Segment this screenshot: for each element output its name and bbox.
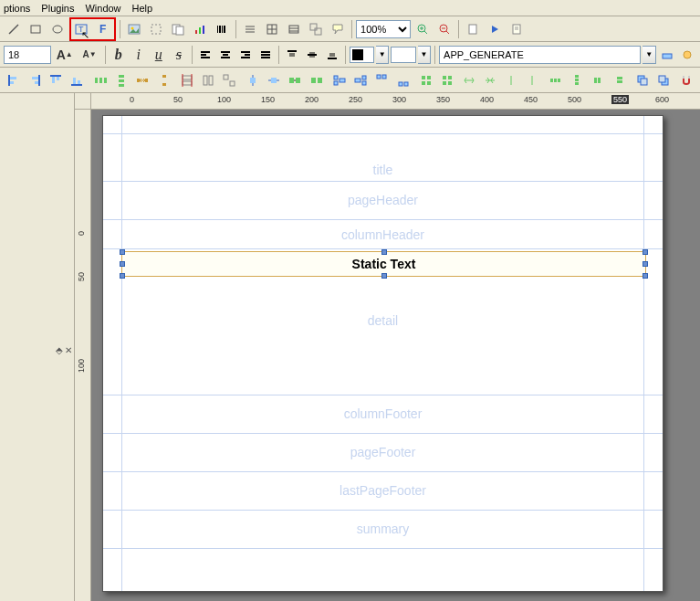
band-page-footer[interactable]: pageFooter [103, 434, 663, 472]
align-edge-right-icon[interactable] [25, 70, 44, 90]
band-column-header[interactable]: columnHeader [103, 220, 663, 249]
menu-options[interactable]: ptions [4, 3, 30, 14]
vspace-equal-icon[interactable] [567, 70, 586, 90]
resize-handle[interactable] [120, 249, 125, 255]
zoom-in-icon[interactable] [413, 19, 433, 39]
band-column-footer[interactable]: columnFooter [103, 395, 663, 434]
same-height-icon[interactable] [199, 70, 218, 90]
band-last-page-footer[interactable]: lastPageFooter [103, 472, 663, 511]
close-icon[interactable]: ✕ [65, 345, 72, 355]
font-size-input[interactable] [4, 46, 51, 64]
static-text-element[interactable]: Static Text [121, 251, 646, 277]
resize-handle[interactable] [643, 249, 648, 255]
band-title[interactable]: title [103, 134, 663, 182]
resize-handle[interactable] [120, 261, 125, 267]
organize-right-icon[interactable] [351, 70, 371, 90]
italic-icon[interactable]: i [130, 45, 148, 65]
resize-handle[interactable] [120, 273, 125, 279]
crosstab-tool-icon[interactable] [262, 19, 282, 39]
datasource-combo[interactable]: APP_GENERATE [439, 46, 641, 64]
hspace-inc-icon[interactable] [459, 70, 478, 90]
subreport-tool-icon[interactable] [168, 19, 188, 39]
forecolor-picker[interactable] [350, 47, 374, 63]
align-center-icon[interactable] [216, 45, 235, 65]
rectangle-tool-icon[interactable] [26, 19, 46, 39]
band-detail[interactable]: Static Text detail [103, 249, 663, 395]
group-tool-icon[interactable] [306, 19, 326, 39]
barcode-tool-icon[interactable] [212, 19, 232, 39]
grid-align-icon[interactable] [416, 70, 435, 90]
run-icon[interactable] [485, 19, 505, 39]
line-tool-icon[interactable] [4, 19, 24, 39]
hspace-equal-icon[interactable] [546, 70, 565, 90]
organize-left-icon[interactable] [329, 70, 349, 90]
report-page[interactable]: title pageHeader columnHeader Static Tex… [102, 115, 663, 592]
send-back-icon[interactable] [653, 70, 673, 90]
font-decrease-icon[interactable]: A▼ [78, 45, 100, 65]
join-right-icon[interactable] [307, 70, 326, 90]
resize-handle[interactable] [381, 249, 387, 255]
script-icon[interactable] [507, 19, 527, 39]
space-v-icon[interactable] [154, 70, 173, 90]
underline-icon[interactable]: u [150, 45, 168, 65]
bring-front-icon[interactable] [632, 70, 652, 90]
menu-help[interactable]: Help [132, 3, 153, 14]
center-h-band-icon[interactable] [243, 70, 262, 90]
menu-window[interactable]: Window [85, 3, 120, 14]
strikethrough-icon[interactable]: s [170, 45, 188, 65]
resize-handle[interactable] [643, 261, 648, 267]
backcolor-picker[interactable] [391, 47, 415, 63]
same-size-icon[interactable] [220, 70, 239, 90]
vspace-inc-icon[interactable] [501, 70, 520, 90]
zoom-select[interactable]: 100% [356, 20, 411, 38]
valign-bottom-icon[interactable] [323, 45, 341, 65]
distribute-h-icon[interactable] [90, 70, 110, 90]
forecolor-dropdown-icon[interactable]: ▼ [376, 46, 390, 64]
align-left-icon[interactable] [196, 45, 214, 65]
menu-plugins[interactable]: Plugins [41, 3, 74, 14]
valign-top-icon[interactable] [283, 45, 301, 65]
distribute-v-icon[interactable] [111, 70, 131, 90]
bold-icon[interactable]: b [110, 45, 128, 65]
magnet-icon[interactable] [677, 70, 696, 90]
band-page-header[interactable]: pageHeader [103, 182, 663, 220]
band-summary[interactable]: summary [103, 511, 663, 549]
page-setup-icon[interactable] [463, 19, 483, 39]
center-v-band-icon[interactable] [264, 70, 283, 90]
chart-tool-icon[interactable] [190, 19, 210, 39]
canvas-area[interactable]: 0 50 100 150 200 250 300 350 400 450 500… [75, 93, 700, 601]
resize-handle[interactable] [381, 273, 387, 279]
font-increase-icon[interactable]: A▲ [53, 45, 76, 65]
valign-middle-icon[interactable] [303, 45, 321, 65]
vspace-dec-icon[interactable] [523, 70, 542, 90]
ellipse-tool-icon[interactable] [47, 19, 68, 39]
zoom-out-icon[interactable] [434, 19, 454, 39]
align-edge-bottom-icon[interactable] [68, 70, 87, 90]
align-edge-top-icon[interactable] [47, 70, 66, 90]
frame-tool-icon[interactable] [146, 19, 166, 39]
backcolor-dropdown-icon[interactable]: ▼ [418, 46, 432, 64]
join-left-icon[interactable] [286, 70, 305, 90]
organize-top-icon[interactable] [372, 70, 392, 90]
remove-vspace-icon[interactable] [610, 70, 629, 90]
table-tool-icon[interactable] [284, 19, 304, 39]
remove-hspace-icon[interactable] [589, 70, 608, 90]
image-tool-icon[interactable] [124, 19, 144, 39]
band-top-margin[interactable] [103, 116, 663, 134]
hspace-dec-icon[interactable] [480, 70, 499, 90]
datasource-config-icon[interactable] [678, 45, 696, 65]
align-justify-icon[interactable] [256, 45, 275, 65]
list-tool-icon[interactable] [240, 19, 260, 39]
pin-icon[interactable]: ⬘ [56, 345, 63, 355]
resize-handle[interactable] [643, 273, 648, 279]
datasource-edit-icon[interactable] [658, 45, 676, 65]
grid-align2-icon[interactable] [438, 70, 457, 90]
textfield-tool-icon[interactable]: F [94, 19, 114, 39]
organize-bottom-icon[interactable] [393, 70, 413, 90]
same-width-icon[interactable] [177, 70, 196, 90]
align-right-icon[interactable] [236, 45, 255, 65]
static-text-tool-icon[interactable]: T↖ [71, 19, 91, 39]
callout-tool-icon[interactable] [328, 19, 348, 39]
align-edge-left-icon[interactable] [4, 70, 23, 90]
space-h-icon[interactable] [133, 70, 152, 90]
